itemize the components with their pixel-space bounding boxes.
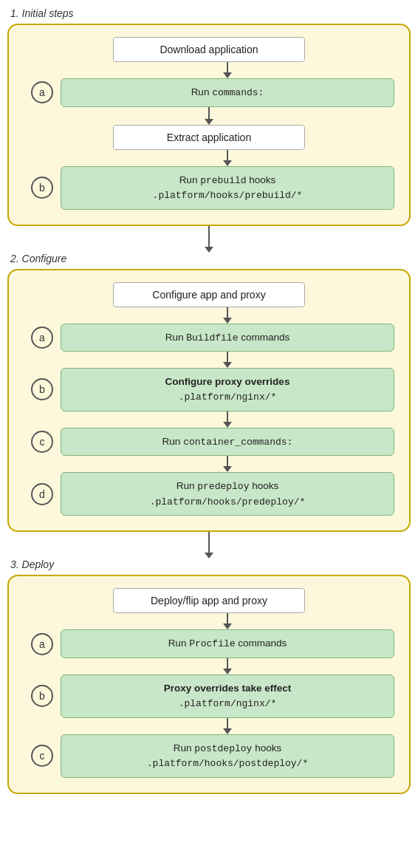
- sub-step-box: Run prebuild hooks.platform/hooks/prebui…: [61, 166, 394, 210]
- step-badge: c: [31, 431, 53, 453]
- arrow: [223, 150, 232, 166]
- step-badge: a: [31, 327, 53, 349]
- between-section-arrow: [7, 226, 411, 253]
- main-step: Configure app and proxy: [113, 282, 305, 307]
- section-label: 3. Deploy: [10, 558, 411, 570]
- sub-step-row: cRun postdeploy hooks.platform/hooks/pos…: [24, 734, 394, 778]
- section-box: Deploy/flip app and proxyaRun Procfile c…: [7, 575, 411, 793]
- arrow: [223, 658, 232, 674]
- section-label: 1. Initial steps: [10, 7, 411, 19]
- sub-step-box: Run postdeploy hooks.platform/hooks/post…: [61, 734, 394, 778]
- section-box: Configure app and proxyaRun Buildfile co…: [7, 269, 411, 533]
- arrow: [223, 456, 232, 472]
- sub-step-row: bRun prebuild hooks.platform/hooks/prebu…: [24, 166, 394, 210]
- main-step: Deploy/flip app and proxy: [113, 588, 305, 613]
- arrow: [223, 613, 232, 629]
- sub-step-row: bProxy overrides take effect.platform/ng…: [24, 674, 394, 718]
- arrow: [223, 62, 232, 78]
- sub-step-box: Run Buildfile commands: [61, 324, 394, 352]
- sub-step-box: Configure proxy overrides.platform/nginx…: [61, 368, 394, 411]
- sub-step-row: aRun Procfile commands: [24, 629, 394, 658]
- step-badge: a: [31, 633, 53, 655]
- step-badge: c: [31, 745, 53, 767]
- step-badge: a: [31, 81, 53, 103]
- sub-step-box: Run predeploy hooks.platform/hooks/prede…: [61, 472, 394, 516]
- step-badge: b: [31, 685, 53, 707]
- arrow: [223, 352, 232, 368]
- sub-step-row: bConfigure proxy overrides.platform/ngin…: [24, 368, 394, 411]
- sub-step-box: Run commands:: [61, 78, 394, 107]
- section-label: 2. Configure: [10, 253, 411, 264]
- arrow: [223, 718, 232, 734]
- sub-step-box: Proxy overrides take effect.platform/ngi…: [61, 674, 394, 718]
- arrow: [223, 307, 232, 324]
- sub-step-row: aRun Buildfile commands: [24, 324, 394, 352]
- sub-step-box: Run container_commands:: [61, 428, 394, 457]
- section-box: Download applicationaRun commands:Extrac…: [7, 24, 411, 226]
- step-badge: d: [31, 483, 53, 505]
- sub-step-row: dRun predeploy hooks.platform/hooks/pred…: [24, 472, 394, 516]
- main-step: Extract application: [113, 125, 305, 150]
- sub-step-box: Run Procfile commands: [61, 629, 394, 658]
- sub-step-row: aRun commands:: [24, 78, 394, 107]
- arrow: [223, 411, 232, 428]
- main-step: Download application: [113, 37, 305, 62]
- diagram-root: 1. Initial stepsDownload applicationaRun…: [7, 7, 411, 794]
- sub-step-row: cRun container_commands:: [24, 428, 394, 457]
- arrow: [24, 107, 394, 125]
- between-section-arrow: [7, 532, 411, 558]
- step-badge: b: [31, 378, 53, 400]
- step-badge: b: [31, 177, 53, 199]
